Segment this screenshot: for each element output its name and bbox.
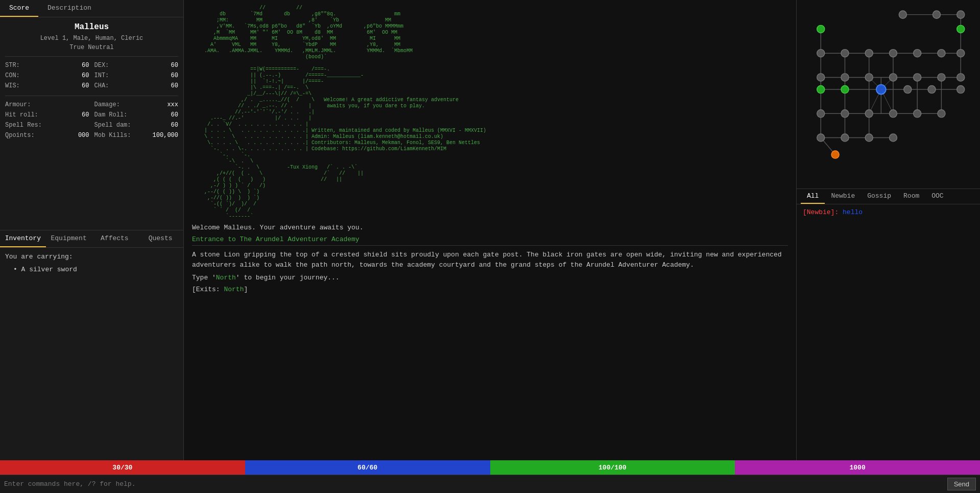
hitroll-value: 60 — [82, 111, 89, 119]
inventory-panel: You are carrying: A silver sword — [0, 248, 183, 460]
map-node — [817, 50, 825, 57]
stats-grid: STR: 60 DEX: 60 CON: 60 INT: 60 WIS: 6 — [5, 56, 178, 90]
stat-dex: DEX: 60 — [94, 61, 179, 70]
qpoints-label: Qpoints: — [5, 132, 35, 139]
tab-quests[interactable]: Quests — [137, 230, 183, 247]
map-node — [841, 110, 849, 118]
map-node — [865, 50, 873, 57]
map-node-green — [957, 25, 965, 33]
wis-label: WIS: — [5, 82, 20, 89]
int-value: 60 — [171, 72, 178, 79]
tab-gossip[interactable]: Gossip — [861, 189, 897, 204]
chat-channel-newbie: [Newbie]: — [803, 208, 839, 216]
character-alignment: True Neutral — [5, 44, 178, 51]
xp-value: 1000 — [850, 464, 866, 472]
damroll-label: Dam Roll: — [94, 111, 128, 119]
map-node — [841, 134, 849, 142]
score-panel: Malleus Level 1, Male, Human, Cleric Tru… — [0, 17, 183, 230]
spelldam-value: 60 — [171, 122, 178, 129]
con-label: CON: — [5, 72, 20, 79]
map-node — [938, 50, 945, 57]
chat-message: [Newbie]: hello — [803, 208, 974, 216]
bottom-tabs: Inventory Equipment Affects Quests — [0, 230, 183, 248]
tab-description[interactable]: Description — [38, 0, 101, 17]
stat-cha: CHA: 60 — [94, 81, 179, 90]
map-node — [841, 50, 849, 57]
qpoints-value: 000 — [78, 132, 89, 139]
map-node — [817, 110, 825, 118]
map-node — [957, 11, 965, 18]
map-node — [841, 74, 849, 81]
cha-value: 60 — [171, 82, 178, 89]
combat-stats: Armour: Damage: xxx Hit roll: 60 Dam Rol… — [5, 100, 178, 140]
tab-affects[interactable]: Affects — [92, 230, 138, 247]
armour-label: Armour: — [5, 101, 31, 108]
map-node — [957, 85, 965, 93]
tab-newbie[interactable]: Newbie — [825, 189, 861, 204]
carrying-text: You are carrying: — [5, 253, 178, 261]
center-panel: // // db `7Md db ,g8""8q. mm ;MM: MM ,8'… — [184, 0, 796, 460]
damage-value: xxx — [167, 101, 178, 108]
exits-direction: North — [224, 286, 244, 293]
hp-value: 30/30 — [112, 464, 132, 472]
welcome-prefix: Welcome Malleus. Your adventure awaits y… — [192, 224, 363, 231]
tab-ooc[interactable]: OOC — [925, 189, 949, 204]
welcome-text: Welcome Malleus. Your adventure awaits y… — [192, 224, 788, 231]
hp-bar: 30/30 — [0, 460, 245, 475]
tab-score[interactable]: Score — [0, 0, 38, 17]
stat-str: STR: 60 — [5, 61, 89, 70]
left-panel: Score Description Malleus Level 1, Male,… — [0, 0, 184, 460]
map-node — [914, 110, 921, 118]
chat-tabs: All Newbie Gossip Room OOC — [797, 189, 980, 204]
map-node-green — [817, 25, 825, 33]
map-node-current — [876, 85, 886, 95]
map-node — [889, 110, 897, 118]
stat-con: CON: 60 — [5, 71, 89, 80]
stat-hitroll: Hit roll: 60 — [5, 110, 89, 120]
map-node — [933, 11, 940, 18]
wis-value: 60 — [82, 82, 89, 89]
character-name: Malleus — [5, 22, 178, 32]
tab-equipment[interactable]: Equipment — [46, 230, 92, 247]
mobkills-value: 100,000 — [153, 132, 178, 139]
stat-qpoints: Qpoints: 000 — [5, 131, 89, 140]
command-input[interactable] — [4, 480, 944, 488]
damage-label: Damage: — [94, 101, 120, 108]
tab-all[interactable]: All — [801, 189, 825, 204]
status-bars: 30/30 60/60 100/100 1000 — [0, 460, 980, 475]
stat-spelldam: Spell dam: 60 — [94, 121, 179, 130]
moves-bar: 100/100 — [490, 460, 735, 475]
map-node — [899, 11, 906, 18]
mana-value: 60/60 — [357, 464, 377, 472]
list-item: A silver sword — [5, 265, 178, 274]
tab-inventory[interactable]: Inventory — [0, 230, 46, 247]
damroll-value: 60 — [171, 111, 178, 119]
spelldam-label: Spell dam: — [94, 122, 131, 129]
map-node — [889, 134, 897, 142]
map-node-green — [817, 85, 825, 93]
xp-bar: 1000 — [735, 460, 980, 475]
stat-int: INT: 60 — [94, 71, 179, 80]
chat-messages: [Newbie]: hello — [797, 204, 980, 460]
map-node — [904, 85, 912, 93]
game-output[interactable]: // // db `7Md db ,g8""8q. mm ;MM: MM ,8'… — [184, 0, 796, 460]
stat-armour: Armour: — [5, 100, 89, 109]
map-node — [817, 134, 825, 142]
chat-message-text: hello — [843, 208, 863, 216]
int-label: INT: — [94, 72, 109, 79]
map-node — [938, 74, 945, 81]
room-description: A stone Lion gripping the top of a crest… — [192, 250, 788, 270]
right-panel: All Newbie Gossip Room OOC [Newbie]: hel… — [796, 0, 980, 460]
moves-value: 100/100 — [599, 464, 627, 472]
send-button[interactable]: Send — [947, 478, 976, 490]
spellres-label: Spell Res: — [5, 122, 42, 129]
map-node — [865, 110, 873, 118]
type-hint-cmd: North — [216, 274, 236, 281]
map-node — [889, 74, 897, 81]
stat-damroll: Dam Roll: 60 — [94, 110, 179, 120]
con-value: 60 — [82, 72, 89, 79]
main-layout: Score Description Malleus Level 1, Male,… — [0, 0, 980, 460]
map-node — [938, 110, 945, 118]
map-node — [865, 134, 873, 142]
tab-room[interactable]: Room — [897, 189, 925, 204]
